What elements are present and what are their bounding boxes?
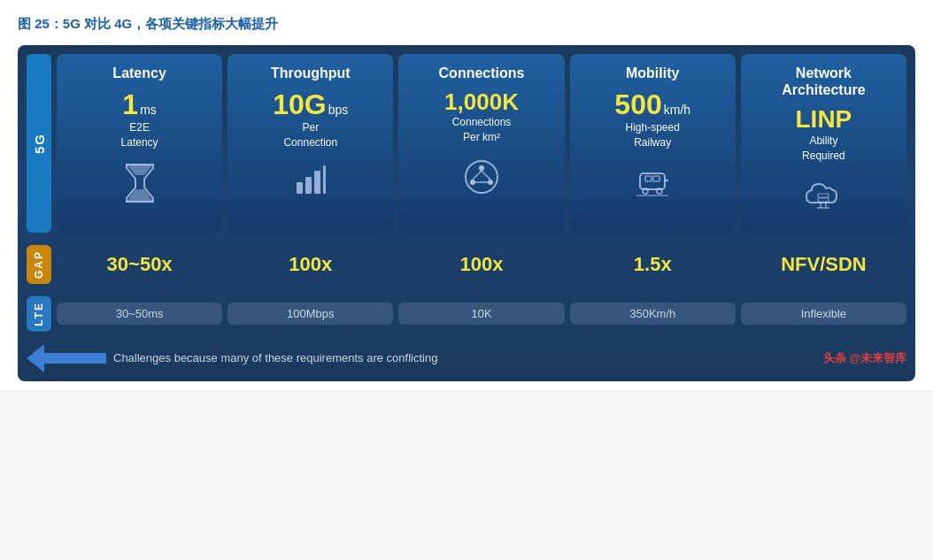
svg-point-8 (479, 165, 484, 171)
row-lte: LTE 30~50ms 100Mbps 10K 350Km/h Inflexib… (18, 291, 915, 339)
card-network-architecture-desc: AbilityRequired (802, 134, 845, 164)
card-mobility-value: 500 (614, 90, 661, 119)
page-title: 图 25：5G 对比 4G，各项关键指标大幅提升 (18, 16, 915, 33)
card-latency-unit: ms (140, 103, 157, 117)
card-mobility-desc: High-speedRailway (626, 120, 680, 150)
svg-rect-14 (640, 173, 665, 189)
svg-line-12 (482, 171, 490, 180)
hourglass-icon (123, 163, 157, 211)
card-connections-desc: ConnectionsPer km² (452, 115, 512, 145)
svg-point-9 (470, 180, 475, 185)
gap-throughput: 100x (227, 253, 393, 276)
lte-latency: 30~50ms (57, 303, 222, 325)
card-mobility-unit: km/h (664, 103, 690, 117)
label-5g: 5G (27, 54, 51, 233)
svg-rect-6 (323, 165, 326, 194)
svg-line-11 (473, 171, 482, 180)
arrow-left-icon (27, 344, 106, 372)
card-mobility: Mobility 500 km/h High-speedRailway (570, 54, 736, 233)
card-latency-value: 1 (122, 90, 138, 119)
lte-throughput: 100Mbps (227, 303, 393, 325)
lte-mobility: 350Km/h (570, 303, 736, 325)
card-latency-desc: E2ELatency (121, 120, 158, 150)
cards-row: Latency 1 ms E2ELatency (57, 54, 906, 233)
gap-connections: 100x (398, 253, 564, 276)
card-connections-value-row: 1,000K (444, 90, 519, 113)
train-icon (633, 163, 672, 209)
svg-rect-4 (305, 177, 312, 194)
lte-connections: 10K (398, 303, 564, 325)
lte-network-architecture: Inflexible (741, 303, 906, 325)
svg-rect-3 (297, 182, 303, 194)
svg-rect-15 (645, 176, 652, 181)
card-throughput-value: 10G (273, 90, 326, 119)
row-challenge: Challenges because many of these require… (18, 339, 915, 381)
cloud-icon (801, 176, 845, 220)
card-latency-value-row: 1 ms (122, 90, 156, 119)
gap-values: 30~50x 100x 100x 1.5x NFV/SDN (57, 253, 906, 276)
card-throughput: Throughput 10G bps PerConnection (227, 54, 393, 233)
svg-marker-26 (27, 344, 106, 372)
row-gap: GAP 30~50x 100x 100x 1.5x NFV/SDN (18, 238, 915, 291)
card-throughput-desc: PerConnection (283, 120, 337, 150)
card-network-architecture-value-row: LINP (796, 107, 852, 132)
card-network-architecture: NetworkArchitecture LINP AbilityRequired (741, 54, 906, 233)
row-5g: 5G Latency 1 ms E2ELatency (18, 45, 915, 233)
card-connections-title: Connections (439, 65, 525, 81)
gap-network-architecture: NFV/SDN (741, 253, 906, 276)
label-gap: GAP (27, 245, 51, 284)
label-lte: LTE (27, 296, 51, 332)
bars-icon (294, 163, 328, 203)
lte-values: 30~50ms 100Mbps 10K 350Km/h Inflexible (57, 303, 906, 325)
svg-point-10 (488, 180, 493, 185)
card-mobility-title: Mobility (626, 65, 679, 81)
chart-inner: 5G Latency 1 ms E2ELatency (18, 45, 915, 381)
main-chart: 5G Latency 1 ms E2ELatency (18, 45, 915, 381)
svg-marker-2 (127, 189, 153, 202)
network-icon (462, 157, 501, 203)
card-connections: Connections 1,000K ConnectionsPer km² (398, 54, 564, 233)
svg-rect-21 (818, 194, 829, 197)
card-latency-title: Latency (112, 65, 166, 81)
svg-rect-16 (653, 176, 659, 181)
gap-mobility: 1.5x (570, 253, 736, 276)
card-throughput-title: Throughput (271, 65, 351, 81)
card-connections-value: 1,000K (444, 90, 519, 113)
card-throughput-unit: bps (328, 103, 349, 117)
card-latency: Latency 1 ms E2ELatency (57, 54, 222, 233)
card-throughput-value-row: 10G bps (273, 90, 348, 119)
svg-rect-5 (314, 171, 320, 194)
gap-latency: 30~50x (57, 253, 222, 276)
svg-rect-22 (818, 198, 829, 202)
card-network-architecture-value: LINP (796, 107, 852, 132)
challenge-text: Challenges because many of these require… (113, 351, 816, 364)
watermark: 头条 @未来智库 (823, 350, 906, 366)
card-network-architecture-title: NetworkArchitecture (782, 65, 865, 98)
card-mobility-value-row: 500 km/h (614, 90, 690, 119)
page-container: 图 25：5G 对比 4G，各项关键指标大幅提升 5G Latency 1 ms… (0, 0, 933, 390)
